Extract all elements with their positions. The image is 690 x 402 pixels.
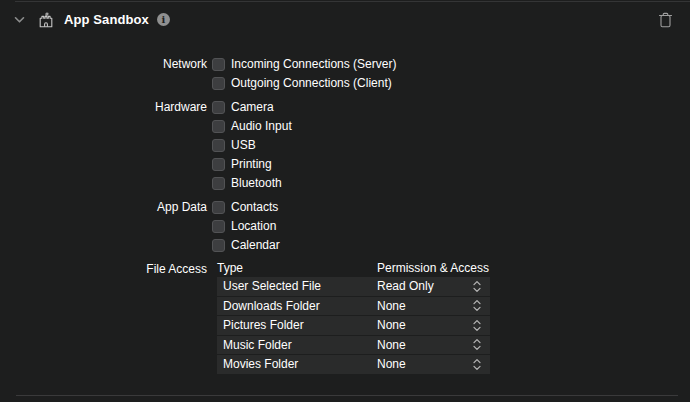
- delete-capability-button[interactable]: [656, 11, 674, 29]
- file-access-row-pictures-folder[interactable]: Pictures Folder None: [217, 316, 490, 336]
- file-access-type: Pictures Folder: [217, 318, 377, 332]
- file-access-row-downloads-folder[interactable]: Downloads Folder None: [217, 297, 490, 317]
- checkbox-label: Printing: [231, 157, 272, 171]
- checkbox-label: Bluetooth: [231, 176, 282, 190]
- permission-select-movies-folder[interactable]: None: [377, 355, 490, 374]
- capability-title: App Sandbox: [64, 12, 149, 27]
- info-icon-glyph: i: [161, 15, 165, 25]
- stepper-chevrons-icon: [473, 280, 481, 293]
- column-header-type: Type: [217, 261, 377, 275]
- checkbox-label: USB: [231, 138, 256, 152]
- section-label: Hardware: [0, 100, 207, 190]
- top-divider: [15, 1, 690, 2]
- capability-body: Network Incoming Connections (Server) Ou…: [0, 38, 690, 375]
- checkbox-row: Location: [212, 219, 280, 233]
- file-access-type: Downloads Folder: [217, 299, 377, 313]
- file-access-type: User Selected File: [217, 279, 377, 293]
- permission-select-pictures-folder[interactable]: None: [377, 316, 490, 335]
- checkbox-bluetooth[interactable]: [212, 177, 225, 190]
- checkbox-audio-input[interactable]: [212, 120, 225, 133]
- column-header-permission: Permission & Access: [377, 261, 490, 275]
- file-access-row-user-selected-file[interactable]: User Selected File Read Only: [217, 277, 490, 297]
- permission-value: None: [377, 357, 406, 371]
- permission-select-downloads-folder[interactable]: None: [377, 297, 490, 316]
- checkbox-label: Camera: [231, 100, 274, 114]
- file-access-row-movies-folder[interactable]: Movies Folder None: [217, 355, 490, 375]
- checkbox-row: Contacts: [212, 200, 280, 214]
- checkbox-row: Calendar: [212, 238, 280, 252]
- checkbox-contacts[interactable]: [212, 201, 225, 214]
- permission-value: None: [377, 338, 406, 352]
- stepper-chevrons-icon: [473, 338, 481, 351]
- checkbox-label: Location: [231, 219, 276, 233]
- permission-value: None: [377, 299, 406, 313]
- app-sandbox-castle-icon: [37, 11, 55, 29]
- checkbox-label: Calendar: [231, 238, 280, 252]
- checkbox-usb[interactable]: [212, 139, 225, 152]
- section-label: Network: [0, 57, 207, 90]
- file-access-type: Music Folder: [217, 338, 377, 352]
- info-icon[interactable]: i: [157, 13, 170, 26]
- checkbox-incoming-connections-server[interactable]: [212, 58, 225, 71]
- bottom-divider: [16, 395, 678, 396]
- checkbox-label: Outgoing Connections (Client): [231, 76, 392, 90]
- file-access-row-music-folder[interactable]: Music Folder None: [217, 336, 490, 356]
- checkbox-outgoing-connections-client[interactable]: [212, 77, 225, 90]
- section-hardware: Hardware Camera Audio Input USB Printing…: [0, 100, 690, 190]
- file-access-type: Movies Folder: [217, 357, 377, 371]
- section-label: App Data: [0, 200, 207, 252]
- checkbox-row: Incoming Connections (Server): [212, 57, 396, 71]
- section-app-data: App Data Contacts Location Calendar: [0, 200, 690, 252]
- capability-header: App Sandbox i: [0, 1, 690, 38]
- checkbox-label: Contacts: [231, 200, 278, 214]
- disclosure-chevron-down-icon[interactable]: [13, 14, 25, 26]
- checkbox-row: Outgoing Connections (Client): [212, 76, 396, 90]
- checkbox-calendar[interactable]: [212, 239, 225, 252]
- permission-select-music-folder[interactable]: None: [377, 336, 490, 355]
- file-access-table-header: Type Permission & Access: [217, 261, 490, 275]
- checkbox-label: Incoming Connections (Server): [231, 57, 396, 71]
- permission-select-user-selected-file[interactable]: Read Only: [377, 277, 490, 296]
- permission-value: Read Only: [377, 279, 434, 293]
- checkbox-location[interactable]: [212, 220, 225, 233]
- checkbox-printing[interactable]: [212, 158, 225, 171]
- stepper-chevrons-icon: [473, 299, 481, 312]
- checkbox-row: Audio Input: [212, 119, 292, 133]
- checkbox-row: Bluetooth: [212, 176, 292, 190]
- stepper-chevrons-icon: [473, 319, 481, 332]
- checkbox-row: Printing: [212, 157, 292, 171]
- section-label: File Access: [0, 262, 207, 375]
- permission-value: None: [377, 318, 406, 332]
- section-network: Network Incoming Connections (Server) Ou…: [0, 57, 690, 90]
- file-access-table: User Selected File Read Only Downloads F…: [217, 277, 490, 375]
- checkbox-row: USB: [212, 138, 292, 152]
- checkbox-row: Camera: [212, 100, 292, 114]
- checkbox-camera[interactable]: [212, 101, 225, 114]
- checkbox-label: Audio Input: [231, 119, 292, 133]
- stepper-chevrons-icon: [473, 358, 481, 371]
- section-file-access: File Access Type Permission & Access Use…: [0, 262, 690, 375]
